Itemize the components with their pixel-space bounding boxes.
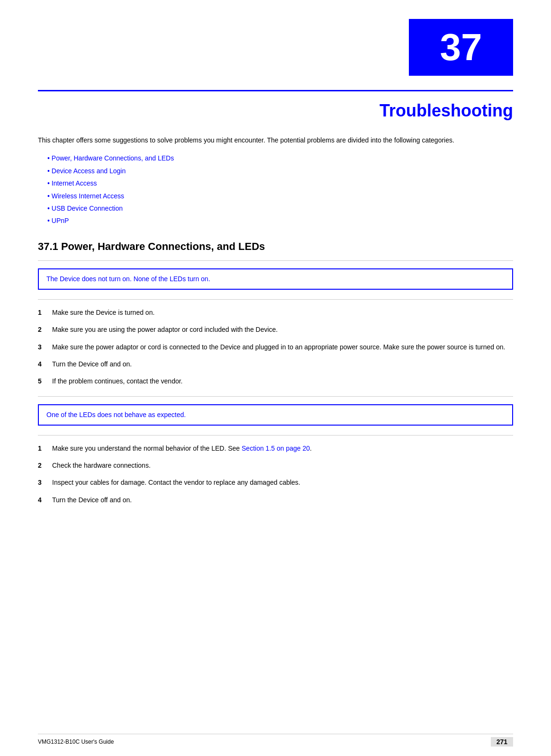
info-box-1-text: The Device does not turn on. None of the… (46, 275, 210, 283)
intro-paragraph: This chapter offers some suggestions to … (38, 135, 513, 145)
step-item: 2 Make sure you are using the power adap… (38, 324, 513, 335)
toc-list: Power, Hardware Connections, and LEDs De… (38, 153, 513, 226)
divider-1 (38, 260, 513, 261)
step-number: 1 (38, 443, 52, 454)
list-item[interactable]: UPnP (47, 215, 513, 226)
step-text: If the problem continues, contact the ve… (52, 376, 513, 386)
divider-2 (38, 299, 513, 300)
step-text: Make sure you understand the normal beha… (52, 443, 513, 454)
steps-list-2: 1 Make sure you understand the normal be… (38, 443, 513, 506)
step-number: 5 (38, 376, 52, 386)
chapter-header: 37 (38, 0, 513, 76)
step-text: Make sure you are using the power adapto… (52, 324, 513, 335)
footer-left: VMG1312-B10C User's Guide (38, 738, 114, 745)
step-number: 1 (38, 307, 52, 318)
step-item: 4 Turn the Device off and on. (38, 359, 513, 369)
divider-4 (38, 435, 513, 436)
list-item[interactable]: USB Device Connection (47, 203, 513, 213)
toc-link-internet[interactable]: Internet Access (52, 179, 97, 187)
divider-3 (38, 396, 513, 397)
step-item: 1 Make sure the Device is turned on. (38, 307, 513, 318)
toc-link-upnp[interactable]: UPnP (52, 217, 69, 224)
step-number: 3 (38, 477, 52, 488)
list-item[interactable]: Power, Hardware Connections, and LEDs (47, 153, 513, 163)
step-item: 3 Make sure the power adaptor or cord is… (38, 342, 513, 352)
step-item: 5 If the problem continues, contact the … (38, 376, 513, 386)
step-text: Inspect your cables for damage. Contact … (52, 477, 513, 488)
page-footer: VMG1312-B10C User's Guide 271 (38, 734, 513, 747)
chapter-title: Troubleshooting (38, 101, 513, 121)
section-37-1-heading: 37.1 Power, Hardware Connections, and LE… (38, 240, 513, 253)
list-item[interactable]: Device Access and Login (47, 166, 513, 176)
step-number: 2 (38, 324, 52, 335)
step-text: Turn the Device off and on. (52, 359, 513, 369)
toc-link-device-access[interactable]: Device Access and Login (52, 167, 126, 175)
chapter-underline (38, 90, 513, 91)
step-item: 2 Check the hardware connections. (38, 460, 513, 471)
step-text: Check the hardware connections. (52, 460, 513, 471)
step-item: 4 Turn the Device off and on. (38, 495, 513, 505)
page-number: 271 (491, 737, 513, 747)
list-item[interactable]: Internet Access (47, 178, 513, 188)
toc-link-usb[interactable]: USB Device Connection (52, 205, 123, 212)
step-number: 3 (38, 342, 52, 352)
step-text: Turn the Device off and on. (52, 495, 513, 505)
step-number: 4 (38, 495, 52, 505)
step-item: 3 Inspect your cables for damage. Contac… (38, 477, 513, 488)
steps-list-1: 1 Make sure the Device is turned on. 2 M… (38, 307, 513, 387)
info-box-2-text: One of the LEDs does not behave as expec… (46, 411, 186, 418)
step-number: 2 (38, 460, 52, 471)
step-item: 1 Make sure you understand the normal be… (38, 443, 513, 454)
chapter-number: 37 (440, 28, 482, 66)
section-link[interactable]: Section 1.5 on page 20 (242, 445, 310, 452)
info-box-1: The Device does not turn on. None of the… (38, 268, 513, 290)
info-box-2: One of the LEDs does not behave as expec… (38, 404, 513, 426)
list-item[interactable]: Wireless Internet Access (47, 191, 513, 201)
toc-link-power[interactable]: Power, Hardware Connections, and LEDs (52, 154, 174, 162)
chapter-box: 37 (409, 19, 513, 76)
step-text: Make sure the power adaptor or cord is c… (52, 342, 513, 352)
toc-link-wireless[interactable]: Wireless Internet Access (52, 192, 124, 200)
step-text: Make sure the Device is turned on. (52, 307, 513, 318)
step-number: 4 (38, 359, 52, 369)
